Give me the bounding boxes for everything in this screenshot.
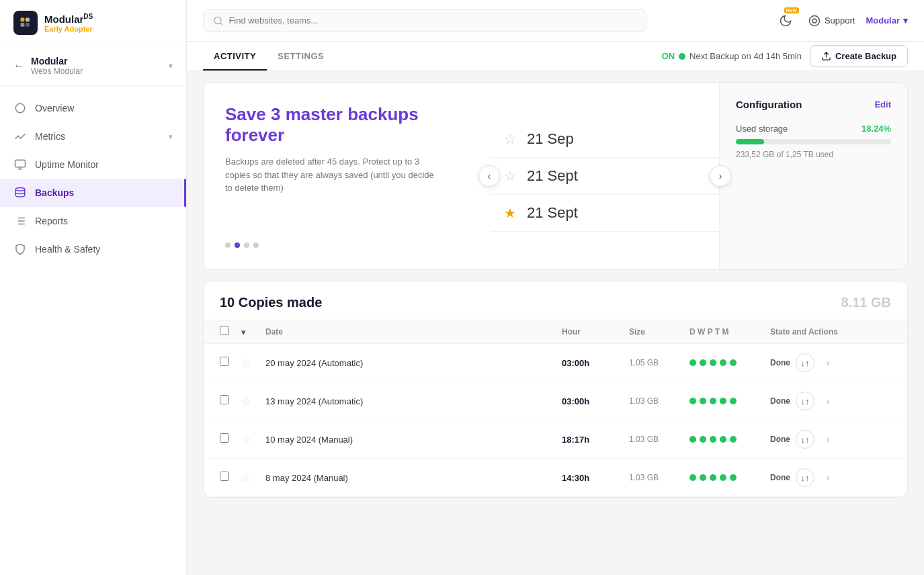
row-2-star-icon[interactable]: ☆ [241, 396, 251, 407]
promo-dot-1[interactable] [225, 242, 230, 248]
flag-dot [720, 436, 726, 443]
backup-entry-3: ★ 21 Sept [491, 195, 719, 232]
flag-dot [700, 359, 706, 366]
svg-point-17 [809, 15, 819, 26]
svg-rect-1 [26, 18, 30, 22]
row-1-state: Done ↓↑ › [770, 353, 891, 372]
sidebar-item-metrics[interactable]: Metrics ▾ [0, 122, 186, 150]
select-all-checkbox[interactable] [220, 326, 229, 335]
moon-badge: NEW [784, 7, 799, 13]
th-hour: Hour [562, 327, 629, 337]
promo-nav-prev[interactable]: ‹ [478, 165, 500, 187]
row-4-restore-button[interactable]: ↓↑ [796, 468, 814, 487]
promo-title: Save 3 master backups forever [225, 104, 440, 146]
table-row: ☆ 20 may 2024 (Automatic) 03:00h 1.05 GB… [204, 344, 907, 382]
tab-settings[interactable]: SETTINGS [267, 42, 335, 71]
sidebar-item-overview-label: Overview [35, 103, 74, 114]
row-3-star-icon[interactable]: ☆ [241, 434, 251, 445]
row-1-date: 20 may 2024 (Automatic) [265, 358, 562, 368]
flag-dot [689, 359, 696, 366]
row-1-detail-button[interactable]: › [820, 355, 836, 371]
row-4-detail-button[interactable]: › [820, 470, 836, 486]
overview-icon [13, 101, 27, 115]
sidebar-item-overview[interactable]: Overview [0, 94, 186, 122]
row-1-hour: 03:00h [562, 358, 629, 368]
row-2-state-label: Done [770, 396, 790, 406]
star-icon-3[interactable]: ★ [504, 205, 516, 221]
row-2-checkbox[interactable] [220, 395, 229, 404]
flag-dot [730, 474, 737, 481]
row-3-checkbox-cell [220, 433, 241, 445]
sidebar-item-reports-label: Reports [35, 216, 68, 226]
star-icon-1[interactable]: ☆ [504, 131, 516, 147]
flag-dot [689, 398, 696, 404]
backup-on-label: ON [662, 51, 675, 61]
backup-date-3: 21 Sept [527, 204, 578, 222]
svg-rect-3 [26, 23, 30, 27]
moon-button[interactable]: NEW [773, 9, 798, 33]
flag-dot [689, 474, 696, 481]
promo-dot-3[interactable] [244, 242, 249, 248]
copies-total-size: 8.11 GB [841, 295, 891, 310]
backup-entry-1: ☆ 21 Sep [491, 121, 719, 158]
sort-icon[interactable]: ▾ [241, 327, 246, 337]
star-icon-2[interactable]: ☆ [504, 168, 516, 184]
logo-name-text: Modular [44, 13, 83, 25]
create-backup-button[interactable]: Create Backup [810, 45, 908, 67]
row-1-star-icon[interactable]: ☆ [241, 357, 251, 369]
sidebar-item-uptime[interactable]: Uptime Monitor [0, 150, 186, 179]
backup-status: ON Next Backup on 4d 14h 5min [662, 51, 802, 61]
row-3-detail-button[interactable]: › [820, 431, 836, 447]
row-3-size: 1.03 GB [629, 435, 689, 444]
row-1-checkbox[interactable] [220, 357, 229, 366]
backup-date-2: 21 Sept [527, 167, 578, 185]
promo-section: Save 3 master backups forever Backups ar… [203, 82, 908, 270]
copies-header: 10 Copies made 8.11 GB [204, 281, 907, 320]
copies-title: 10 Copies made [220, 295, 322, 310]
sidebar-item-health-label: Health & Safety [35, 244, 100, 255]
row-3-restore-button[interactable]: ↓↑ [796, 430, 814, 449]
backup-icon [821, 51, 831, 61]
row-3-checkbox[interactable] [220, 433, 229, 443]
row-1-restore-button[interactable]: ↓↑ [796, 353, 814, 372]
promo-nav-next[interactable]: › [710, 165, 731, 187]
sidebar-item-reports[interactable]: Reports [0, 207, 186, 235]
sidebar-item-backups[interactable]: Backups [0, 179, 186, 207]
user-menu-button[interactable]: Modular ▾ [866, 15, 908, 26]
search-bar[interactable] [203, 9, 646, 32]
row-3-flags [689, 436, 770, 443]
row-3-state-label: Done [770, 435, 790, 444]
table-row: ☆ 10 may 2024 (Manual) 18:17h 1.03 GB Do… [204, 421, 907, 459]
th-state: State and Actions [770, 327, 891, 337]
row-1-checkbox-cell [220, 357, 241, 369]
tab-activity[interactable]: ACTIVITY [203, 42, 267, 71]
row-3-date: 10 may 2024 (Manual) [265, 435, 562, 445]
user-label: Modular [866, 15, 900, 26]
promo-left: Save 3 master backups forever Backups ar… [204, 83, 491, 269]
row-4-star-icon[interactable]: ☆ [241, 472, 251, 484]
workspace-arrow-icon: ▾ [169, 61, 173, 71]
flag-dot [710, 474, 716, 481]
copies-section: 10 Copies made 8.11 GB ▾ Date Hour Size [203, 281, 908, 498]
promo-dot-2[interactable] [235, 242, 240, 248]
sidebar-item-backups-label: Backups [35, 187, 74, 198]
row-2-detail-button[interactable]: › [820, 393, 836, 409]
create-backup-label: Create Backup [835, 51, 896, 61]
workspace-selector[interactable]: ← Modular Webs Modular ▾ [0, 46, 186, 86]
row-2-checkbox-cell [220, 395, 241, 407]
row-4-checkbox[interactable] [220, 472, 229, 481]
search-input[interactable] [228, 15, 636, 26]
row-3-state: Done ↓↑ › [770, 430, 891, 449]
flag-dot [710, 359, 716, 366]
edit-link[interactable]: Edit [874, 99, 891, 109]
storage-percentage: 18.24% [862, 124, 891, 134]
promo-dot-4[interactable] [253, 242, 259, 248]
row-2-restore-button[interactable]: ↓↑ [796, 392, 814, 410]
logo-tag: Early Adopter [44, 25, 93, 33]
sidebar-item-health[interactable]: Health & Safety [0, 235, 186, 263]
svg-point-4 [15, 103, 25, 113]
header-actions: NEW Support Modular ▾ [773, 9, 908, 33]
flag-dot [710, 398, 716, 404]
sidebar-item-metrics-label: Metrics [35, 131, 65, 142]
support-button[interactable]: Support [808, 15, 855, 27]
